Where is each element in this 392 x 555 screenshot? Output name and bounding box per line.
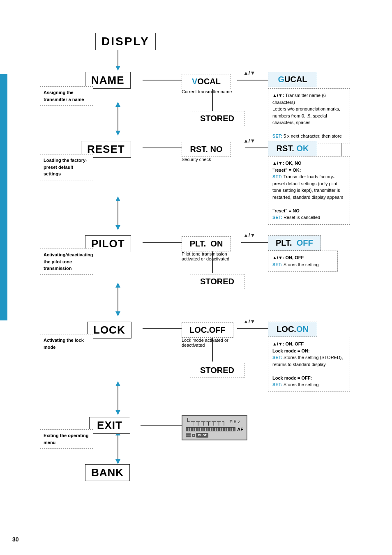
mhz-label: MHz (230, 419, 242, 424)
lock-left-desc: Activating the lock mode (40, 334, 93, 353)
stored-pilot-label: STORED (190, 274, 244, 289)
exit-left-desc: Exiting the operating menu (40, 429, 93, 449)
vocal-label: VOCAL (182, 74, 231, 89)
loc-off-box: LOC.OFF (182, 322, 233, 338)
lock-desc-text: Activating the lock mode (44, 338, 84, 350)
svg-marker-16 (115, 225, 120, 230)
lock-label: LOCK (87, 322, 131, 339)
page: 30 (0, 0, 392, 555)
af-row: AF (186, 427, 243, 432)
loc-off-subdesc: Lock mode activated or deactivated (182, 337, 235, 348)
svg-marker-1 (115, 66, 120, 71)
loc-off-label: LOC.OFF (182, 322, 233, 338)
rst-ok-box: RST. OK (268, 141, 317, 156)
loc-off-desc-text: Lock mode activated or deactivated (182, 337, 235, 348)
plt-off-box: PLT. OFF (268, 235, 321, 251)
plt-off-desc: ▲/▼: ON, OFF SET: Stores the setting (268, 251, 338, 272)
vocal-subdesc: Current transmitter name (182, 88, 232, 95)
svg-marker-9 (115, 102, 120, 107)
gucal-desc-text: ▲/▼: Transmitter name (6 characters) Let… (268, 88, 350, 143)
plt-on-label: PLT. ON (182, 236, 231, 251)
rst-no-box: RST. NO (182, 142, 231, 157)
rst-no-desc-text: Security check (182, 156, 211, 163)
lock-box: LOCK (87, 322, 131, 339)
bank-box: BANK (85, 464, 130, 481)
circle-indicator (192, 434, 195, 437)
af-bar (186, 427, 235, 431)
exit-desc-text: Exiting the operating menu (44, 433, 88, 445)
disply-label: DISPLY (95, 33, 156, 50)
plt-on-box: PLT. ON (182, 236, 231, 251)
disply-box: DISPLY (95, 33, 156, 50)
lcd-freq-text: └┬┬┬┬┬┬┐ (186, 418, 227, 426)
svg-marker-24 (115, 311, 120, 316)
pilot-desc-text: Activating/deactivating the pilot tone t… (44, 252, 93, 271)
reset-desc-text: Loading the factory-preset default setti… (44, 158, 87, 176)
svg-text:▲/▼: ▲/▼ (243, 318, 255, 325)
rst-ok-desc: ▲/▼: OK, NO "reset" = OK: SET: Transmitt… (268, 156, 350, 225)
svg-marker-17 (115, 196, 120, 201)
loc-on-desc: ▲/▼: ON, OFF Lock mode = ON: SET: Stores… (268, 337, 350, 392)
svg-marker-33 (115, 381, 120, 386)
lcd-screen: └┬┬┬┬┬┬┐ MHz AF PILOT (182, 415, 247, 440)
loc-on-box: LOC.ON (268, 322, 317, 337)
svg-marker-32 (115, 410, 120, 415)
svg-marker-25 (115, 283, 120, 288)
loc-on-label: LOC.ON (268, 322, 317, 337)
rst-ok-desc-text: ▲/▼: OK, NO "reset" = OK: SET: Transmitt… (268, 156, 350, 225)
lcd-freq-display: └┬┬┬┬┬┬┐ MHz (186, 418, 243, 426)
name-desc-text: Assigning the transmitter a name (44, 90, 84, 102)
exit-box: EXIT (89, 417, 130, 434)
stored-lock-label: STORED (190, 363, 244, 378)
stored-pilot: STORED (190, 274, 244, 289)
sidebar-bar (0, 74, 7, 320)
rst-no-subdesc: Security check (182, 156, 211, 163)
name-left-desc: Assigning the transmitter a name (40, 86, 93, 106)
rst-no-label: RST. NO (182, 142, 231, 157)
af-label: AF (237, 427, 243, 432)
rst-ok-label: RST. OK (268, 141, 317, 156)
exit-label: EXIT (89, 417, 130, 434)
svg-text:▲/▼: ▲/▼ (243, 138, 255, 144)
plt-off-label: PLT. OFF (268, 235, 321, 251)
svg-marker-8 (115, 131, 120, 136)
lcd-display-area: └┬┬┬┬┬┬┐ MHz AF PILOT (182, 415, 247, 440)
vocal-desc-text: Current transmitter name (182, 88, 232, 95)
stored-lock: STORED (190, 363, 244, 378)
stored-name-label: STORED (190, 111, 244, 126)
loc-on-desc-text: ▲/▼: ON, OFF Lock mode = ON: SET: Stores… (268, 337, 350, 392)
gucal-box: GUCAL (268, 72, 317, 87)
signal-bars (186, 433, 191, 438)
reset-left-desc: Loading the factory-preset default setti… (40, 154, 93, 180)
svg-text:▲/▼: ▲/▼ (243, 70, 255, 76)
stored-name: STORED (190, 111, 244, 126)
pilot-status-row: PILOT (186, 433, 243, 438)
gucal-desc: ▲/▼: Transmitter name (6 characters) Let… (268, 88, 350, 143)
bank-label: BANK (85, 464, 130, 481)
svg-marker-37 (115, 459, 120, 464)
pilot-left-desc: Activating/deactivating the pilot tone t… (40, 249, 93, 275)
svg-text:▲/▼: ▲/▼ (243, 232, 255, 238)
plt-on-subdesc: Pilot tone transmission activated or dea… (182, 251, 235, 262)
page-number: 30 (12, 536, 19, 543)
plt-on-desc-text: Pilot tone transmission activated or dea… (182, 251, 235, 262)
gucal-label: GUCAL (268, 72, 317, 87)
pilot-badge: PILOT (196, 433, 208, 438)
vocal-box: VOCAL (182, 74, 231, 89)
plt-off-desc-text: ▲/▼: ON, OFF SET: Stores the setting (268, 251, 338, 272)
